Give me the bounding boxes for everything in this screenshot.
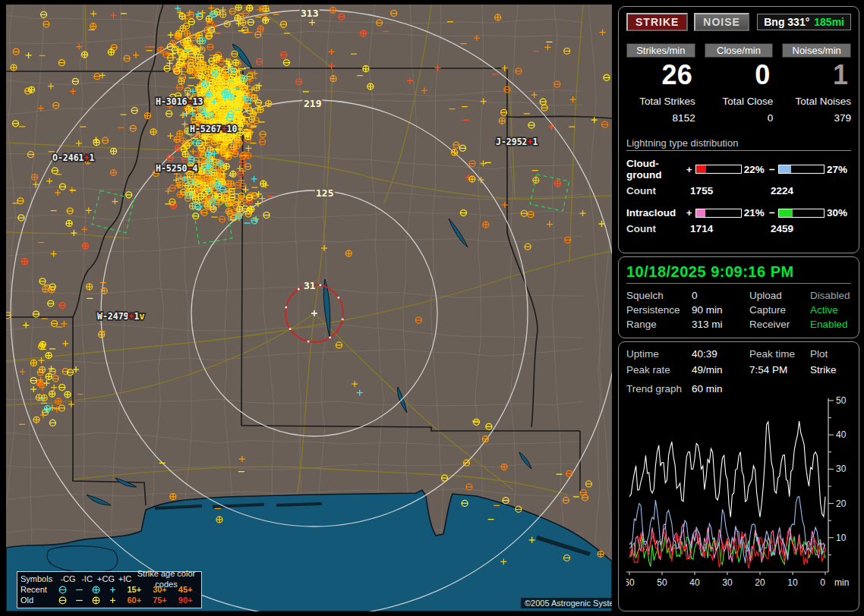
cgm-symbol-glyph (54, 595, 71, 606)
legend-row-recent: Recent 15+30+45+ (20, 584, 198, 595)
icp-symbol-glyph (105, 584, 121, 596)
bearing-value: Bng 331° (764, 16, 809, 28)
icm-symbol-glyph (71, 584, 87, 596)
status-sidebar: STRIKE NOISE Bng 331°185mi Strikes/min 2… (618, 0, 859, 616)
svg-text:min: min (834, 577, 849, 588)
strikes-per-min-column: Strikes/min 26 Total Strikes 8152 (626, 43, 695, 124)
plot-label: Plot (810, 348, 851, 360)
uptime-value: 40:39 (692, 348, 749, 360)
copyright-text: ©2005 Astrogenic Systems (521, 598, 612, 608)
svg-text:O-2461+1: O-2461+1 (52, 152, 94, 163)
svg-text:31: 31 (304, 280, 316, 291)
svg-text:125: 125 (316, 187, 333, 199)
strikes-per-min-value: 26 (626, 59, 695, 91)
svg-text:60: 60 (626, 577, 635, 588)
receiver-label: Receiver (749, 319, 810, 330)
map-canvas[interactable]: 31321912531H-3016-13H-5267+10H-5250-4O-2… (6, 5, 612, 611)
clock-status-panel: 10/18/2025 9:09:16 PM Squelch 0 Upload D… (618, 256, 859, 338)
legend-type-neg-cg: -CG (58, 574, 77, 584)
trend-window-value: 60 min (692, 383, 723, 394)
svg-text:H-5250-4: H-5250-4 (156, 163, 197, 174)
noise-indicator-button[interactable]: NOISE (694, 13, 749, 31)
cloud-ground-label: Cloud-ground (626, 158, 686, 181)
svg-text:313: 313 (301, 8, 318, 19)
datetime-display: 10/18/2025 9:09:16 PM (626, 263, 851, 284)
count-label: Count (626, 185, 690, 196)
total-strikes-label: Total Strikes (626, 96, 695, 107)
range-value: 313 mi (692, 319, 749, 330)
peak-rate-label: Peak rate (626, 364, 692, 376)
ic-negative-pct: 30% (827, 207, 851, 218)
persistence-label: Persistence (626, 304, 692, 316)
squelch-value: 0 (692, 290, 749, 301)
svg-text:H-3016-13: H-3016-13 (156, 96, 203, 107)
close-per-min-value: 0 (705, 59, 774, 91)
strike-indicator-button[interactable]: STRIKE (626, 13, 688, 31)
close-per-min-column: Close/min 0 Total Close 0 (705, 43, 774, 124)
cg-negative-bar (778, 165, 825, 174)
noises-per-min-value: 1 (782, 59, 851, 91)
total-noises-label: Total Noises (782, 96, 851, 107)
svg-text:20: 20 (836, 498, 847, 509)
close-per-min-chip: Close/min (705, 43, 774, 58)
noises-per-min-chip: Noises/min (782, 43, 851, 58)
age-code-15+: 15+ (121, 584, 147, 595)
cgp-symbol-glyph (88, 584, 105, 596)
svg-text:H-5267+10: H-5267+10 (190, 124, 237, 134)
svg-text:20: 20 (755, 577, 765, 588)
svg-text:W-2479+1v: W-2479+1v (97, 311, 144, 322)
upload-label: Upload (749, 290, 810, 301)
ic-positive-count: 1714 (690, 223, 771, 234)
trend-graph: 10203040506050403020100min (626, 396, 851, 592)
strikes-per-min-chip: Strikes/min (626, 43, 695, 58)
svg-text:219: 219 (304, 98, 321, 109)
peak-rate-value: 49/min (692, 364, 749, 376)
capture-label: Capture (749, 304, 810, 316)
count-label: Count (626, 223, 690, 234)
legend-type-pos-cg: +CG (96, 574, 115, 584)
svg-text:40: 40 (836, 429, 847, 440)
minus-sign: − (768, 207, 776, 218)
cloud-ground-row: Cloud-ground + 22% − 27% (626, 158, 851, 181)
total-close-value: 0 (705, 112, 774, 124)
upload-status: Disabled (810, 290, 851, 301)
age-code-90+: 90+ (172, 595, 198, 605)
plus-sign: + (686, 207, 693, 218)
legend-type-neg-ic: -IC (77, 574, 96, 584)
ic-negative-count: 2459 (771, 223, 851, 234)
svg-text:50: 50 (836, 396, 847, 406)
trend-graph-label: Trend graph (626, 383, 692, 394)
svg-text:10: 10 (836, 533, 847, 543)
receiver-status: Enabled (810, 319, 851, 330)
svg-text:J-2952+1: J-2952+1 (496, 137, 538, 147)
total-strikes-value: 8152 (626, 112, 695, 124)
distribution-title: Lightning type distribution (626, 137, 851, 151)
symbol-legend: Symbols -CG -IC +CG +IC Strike age color… (17, 571, 202, 608)
cgm-symbol-glyph (54, 584, 71, 596)
strike-stats-panel: STRIKE NOISE Bng 331°185mi Strikes/min 2… (618, 6, 859, 253)
age-code-60+: 60+ (121, 595, 147, 605)
cg-negative-count: 2224 (771, 185, 851, 196)
cg-negative-pct: 27% (827, 164, 851, 175)
svg-text:40: 40 (689, 577, 700, 588)
nexstorm-window: 31321912531H-3016-13H-5267+10H-5250-4O-2… (0, 0, 864, 616)
noises-per-min-column: Noises/min 1 Total Noises 379 (782, 43, 851, 124)
lightning-map[interactable]: 31321912531H-3016-13H-5267+10H-5250-4O-2… (6, 5, 612, 611)
ic-negative-bar (778, 209, 825, 218)
svg-text:50: 50 (657, 577, 667, 588)
persistence-value: 90 min (692, 304, 749, 316)
legend-row-old: Old 60+75+90+ (20, 595, 198, 605)
cloud-ground-count-row: Count 1755 2224 (626, 185, 851, 196)
cg-positive-bar (695, 165, 742, 174)
uptime-label: Uptime (626, 348, 692, 360)
cg-positive-pct: 22% (744, 164, 768, 175)
icp-symbol-glyph (105, 595, 121, 606)
ic-positive-pct: 21% (744, 207, 768, 218)
peak-time-label: Peak time (749, 348, 810, 360)
total-noises-value: 379 (782, 112, 851, 124)
legend-symbols-header: Symbols (20, 574, 58, 584)
ic-positive-bar (695, 209, 742, 218)
minus-sign: − (768, 164, 776, 175)
age-code-75+: 75+ (147, 595, 173, 605)
trend-panel: Uptime 40:39 Peak time Plot Peak rate 49… (618, 341, 859, 611)
